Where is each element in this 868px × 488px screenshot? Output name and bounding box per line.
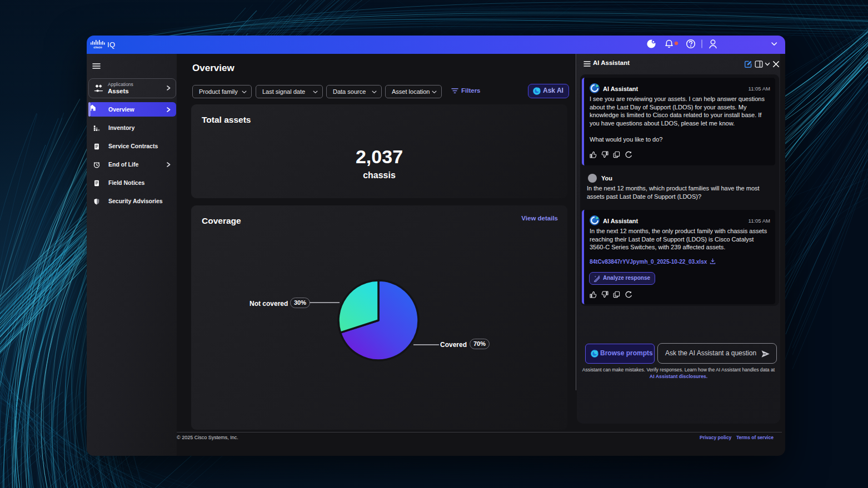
svg-text:cisco: cisco (93, 46, 102, 49)
